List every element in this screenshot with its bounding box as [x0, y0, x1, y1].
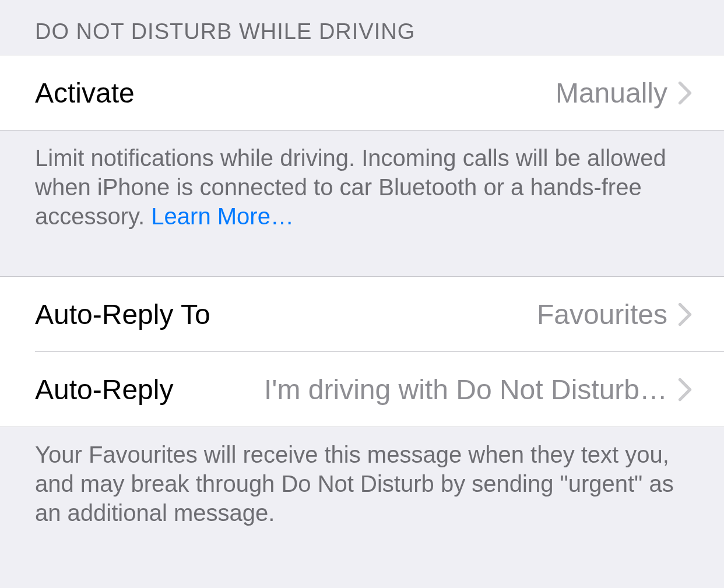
auto-reply-footer-text: Your Favourites will receive this messag…	[35, 442, 674, 526]
section-header-dnd-driving: Do Not Disturb While Driving	[0, 0, 724, 55]
auto-reply-group: Auto-Reply To Favourites Auto-Reply I'm …	[0, 276, 724, 427]
auto-reply-label: Auto-Reply	[35, 374, 173, 406]
activate-value: Manually	[556, 77, 667, 109]
activate-row[interactable]: Activate Manually	[0, 55, 724, 130]
activate-footer: Limit notifications while driving. Incom…	[0, 131, 724, 231]
learn-more-link[interactable]: Learn More…	[151, 203, 294, 229]
activate-group: Activate Manually	[0, 55, 724, 131]
auto-reply-to-label: Auto-Reply To	[35, 298, 210, 330]
activate-label: Activate	[35, 77, 135, 109]
chevron-right-icon	[678, 302, 692, 326]
auto-reply-to-row[interactable]: Auto-Reply To Favourites	[0, 277, 724, 351]
auto-reply-value: I'm driving with Do Not Disturb…	[264, 374, 667, 406]
activate-footer-text: Limit notifications while driving. Incom…	[35, 145, 666, 229]
chevron-right-icon	[678, 81, 692, 104]
section-spacer	[0, 231, 724, 276]
auto-reply-row[interactable]: Auto-Reply I'm driving with Do Not Distu…	[0, 352, 724, 427]
auto-reply-to-value: Favourites	[537, 298, 667, 330]
auto-reply-footer: Your Favourites will receive this messag…	[0, 427, 724, 527]
chevron-right-icon	[678, 378, 692, 401]
